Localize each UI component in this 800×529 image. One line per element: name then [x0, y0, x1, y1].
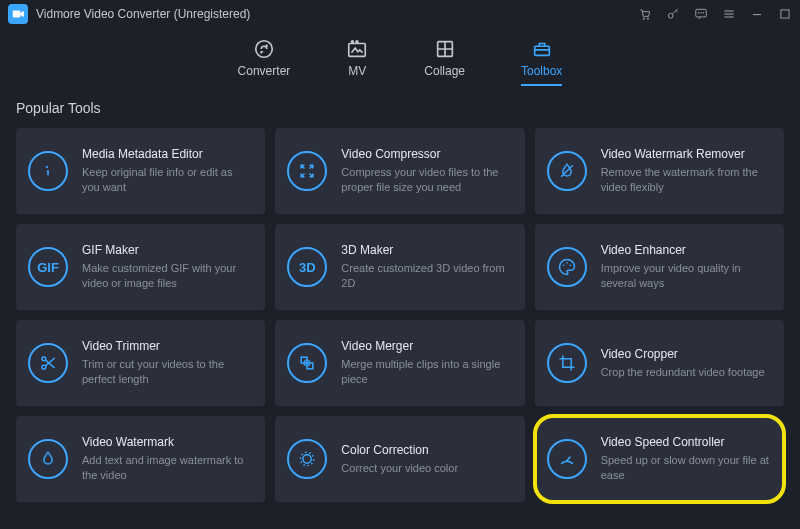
tool-card-drop[interactable]: Video WatermarkAdd text and image waterm…	[16, 416, 265, 502]
tool-desc: Improve your video quality in several wa…	[601, 261, 770, 291]
3d-icon: 3D	[287, 247, 327, 287]
info-icon	[28, 151, 68, 191]
tool-card-crop[interactable]: Video CropperCrop the redundant video fo…	[535, 320, 784, 406]
tool-title: Video Speed Controller	[601, 435, 770, 449]
tool-title: Video Enhancer	[601, 243, 770, 257]
svg-rect-14	[534, 46, 549, 55]
tool-title: Video Compressor	[341, 147, 510, 161]
tool-desc: Make customized GIF with your video or i…	[82, 261, 251, 291]
tool-desc: Create customized 3D video from 2D	[341, 261, 510, 291]
tool-card-info[interactable]: Media Metadata EditorKeep original file …	[16, 128, 265, 214]
drop-icon	[28, 439, 68, 479]
tool-card-compress[interactable]: Video CompressorCompress your video file…	[275, 128, 524, 214]
svg-point-9	[256, 41, 273, 58]
titlebar: Vidmore Video Converter (Unregistered)	[0, 0, 800, 28]
svg-point-2	[647, 18, 648, 19]
app-logo-icon	[8, 4, 28, 24]
tab-mv[interactable]: MV	[346, 38, 368, 86]
converter-icon	[253, 38, 275, 60]
tab-converter[interactable]: Converter	[238, 38, 291, 86]
tool-desc: Add text and image watermark to the vide…	[82, 453, 251, 483]
tool-grid: Media Metadata EditorKeep original file …	[16, 128, 784, 502]
crop-icon	[547, 343, 587, 383]
svg-rect-8	[781, 10, 789, 18]
titlebar-controls	[638, 7, 792, 21]
svg-point-1	[643, 18, 644, 19]
tab-collage[interactable]: Collage	[424, 38, 465, 86]
tool-desc: Compress your video files to the proper …	[341, 165, 510, 195]
key-icon[interactable]	[666, 7, 680, 21]
collage-icon	[434, 38, 456, 60]
tool-card-speed[interactable]: Video Speed ControllerSpeed up or slow d…	[535, 416, 784, 502]
merge-icon	[287, 343, 327, 383]
tool-card-color[interactable]: Color CorrectionCorrect your video color	[275, 416, 524, 502]
scissors-icon	[28, 343, 68, 383]
tool-desc: Crop the redundant video footage	[601, 365, 765, 380]
tool-card-3d[interactable]: 3D3D MakerCreate customized 3D video fro…	[275, 224, 524, 310]
gif-icon: GIF	[28, 247, 68, 287]
palette-icon	[547, 247, 587, 287]
tool-card-scissors[interactable]: Video TrimmerTrim or cut your videos to …	[16, 320, 265, 406]
tool-title: 3D Maker	[341, 243, 510, 257]
tool-title: GIF Maker	[82, 243, 251, 257]
tab-toolbox[interactable]: Toolbox	[521, 38, 562, 86]
tool-title: Video Trimmer	[82, 339, 251, 353]
section-title: Popular Tools	[16, 100, 784, 116]
tool-title: Media Metadata Editor	[82, 147, 251, 161]
nav-label: Converter	[238, 64, 291, 78]
svg-point-7	[703, 12, 704, 13]
tool-title: Video Cropper	[601, 347, 765, 361]
mv-icon	[346, 38, 368, 60]
tool-desc: Remove the watermark from the video flex…	[601, 165, 770, 195]
tool-card-no-drop[interactable]: Video Watermark RemoverRemove the waterm…	[535, 128, 784, 214]
svg-point-5	[698, 12, 699, 13]
nav-label: MV	[348, 64, 366, 78]
svg-point-11	[352, 41, 354, 43]
nav-label: Collage	[424, 64, 465, 78]
cart-icon[interactable]	[638, 7, 652, 21]
titlebar-left: Vidmore Video Converter (Unregistered)	[8, 4, 250, 24]
no-drop-icon	[547, 151, 587, 191]
speed-icon	[547, 439, 587, 479]
svg-rect-0	[13, 11, 21, 18]
minimize-icon[interactable]	[750, 7, 764, 21]
menu-icon[interactable]	[722, 7, 736, 21]
svg-point-12	[356, 41, 358, 43]
compress-icon	[287, 151, 327, 191]
tool-desc: Merge multiple clips into a single piece	[341, 357, 510, 387]
tool-title: Color Correction	[341, 443, 458, 457]
tool-title: Video Watermark	[82, 435, 251, 449]
toolbox-icon	[531, 38, 553, 60]
svg-point-6	[701, 12, 702, 13]
tool-title: Video Watermark Remover	[601, 147, 770, 161]
tool-title: Video Merger	[341, 339, 510, 353]
maximize-icon[interactable]	[778, 7, 792, 21]
tool-card-gif[interactable]: GIFGIF MakerMake customized GIF with you…	[16, 224, 265, 310]
color-icon	[287, 439, 327, 479]
tool-card-palette[interactable]: Video EnhancerImprove your video quality…	[535, 224, 784, 310]
svg-point-3	[668, 13, 673, 18]
nav-label: Toolbox	[521, 64, 562, 78]
tool-card-merge[interactable]: Video MergerMerge multiple clips into a …	[275, 320, 524, 406]
feedback-icon[interactable]	[694, 7, 708, 21]
main-nav: Converter MV Collage Toolbox	[0, 28, 800, 86]
app-title: Vidmore Video Converter (Unregistered)	[36, 7, 250, 21]
tool-desc: Keep original file info or edit as you w…	[82, 165, 251, 195]
tool-desc: Trim or cut your videos to the perfect l…	[82, 357, 251, 387]
content: Popular Tools Media Metadata EditorKeep …	[0, 86, 800, 502]
tool-desc: Correct your video color	[341, 461, 458, 476]
tool-desc: Speed up or slow down your file at ease	[601, 453, 770, 483]
